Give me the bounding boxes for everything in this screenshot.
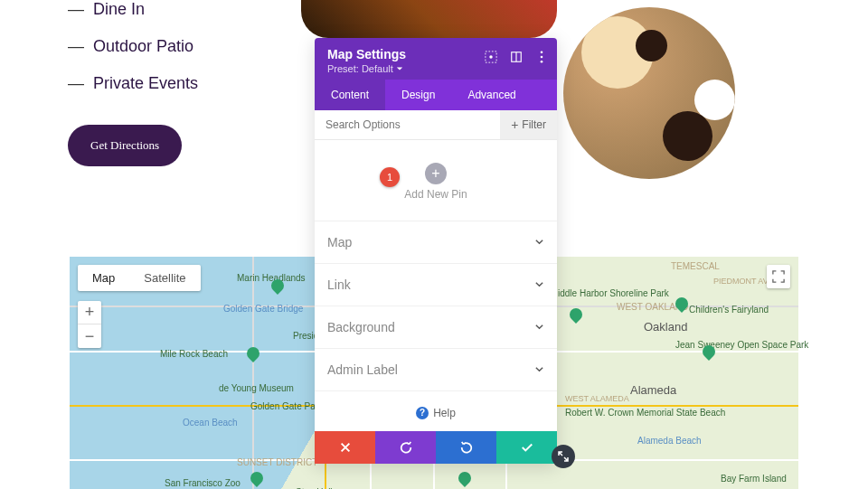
modal-header[interactable]: Map Settings Preset: Default bbox=[315, 38, 557, 80]
search-input[interactable] bbox=[315, 110, 500, 139]
chevron-down-icon bbox=[534, 319, 544, 335]
map-tab-map[interactable]: Map bbox=[78, 265, 129, 291]
tab-advanced[interactable]: Advanced bbox=[451, 80, 532, 110]
add-pin-button[interactable]: + bbox=[425, 163, 447, 184]
callout-badge: 1 bbox=[380, 167, 400, 187]
preset-dropdown[interactable]: Preset: Default bbox=[327, 63, 544, 74]
chevron-down-icon bbox=[534, 277, 544, 293]
undo-icon bbox=[400, 441, 412, 454]
add-pin-label: Add New Pin bbox=[315, 188, 557, 201]
filter-button[interactable]: +Filter bbox=[500, 110, 557, 139]
save-button[interactable] bbox=[496, 431, 557, 464]
check-icon bbox=[521, 441, 533, 454]
undo-button[interactable] bbox=[375, 431, 436, 464]
section-admin-label[interactable]: Admin Label bbox=[315, 348, 557, 390]
map-tab-satellite[interactable]: Satellite bbox=[129, 265, 200, 291]
map-type-tabs: Map Satellite bbox=[78, 265, 201, 291]
svg-point-6 bbox=[541, 61, 543, 63]
redo-button[interactable] bbox=[436, 431, 496, 464]
menu-icon[interactable] bbox=[535, 51, 548, 63]
svg-point-5 bbox=[541, 56, 543, 59]
hero-food-image bbox=[301, 0, 557, 38]
zoom-out-button[interactable]: − bbox=[78, 324, 101, 348]
help-link[interactable]: ? Help bbox=[416, 407, 456, 419]
section-map[interactable]: Map bbox=[315, 221, 557, 263]
chevron-down-icon bbox=[534, 362, 544, 378]
action-bar bbox=[315, 431, 557, 464]
expand-icon bbox=[558, 451, 569, 462]
bullet-dine-in: —Dine In bbox=[68, 0, 294, 19]
svg-point-4 bbox=[541, 51, 543, 53]
close-icon bbox=[339, 441, 352, 454]
map-settings-modal: Map Settings Preset: Default Content Des… bbox=[315, 38, 557, 464]
zoom-controls: + − bbox=[78, 301, 101, 348]
svg-point-1 bbox=[489, 55, 493, 59]
tab-design[interactable]: Design bbox=[385, 80, 451, 110]
expand-handle[interactable] bbox=[552, 445, 575, 468]
modal-tabs: Content Design Advanced bbox=[315, 80, 557, 110]
chevron-down-icon bbox=[534, 234, 544, 250]
fullscreen-icon bbox=[772, 270, 785, 283]
chevron-down-icon bbox=[396, 65, 403, 72]
responsive-icon[interactable] bbox=[510, 51, 523, 63]
zoom-in-button[interactable]: + bbox=[78, 301, 101, 324]
section-link[interactable]: Link bbox=[315, 263, 557, 306]
tab-content[interactable]: Content bbox=[315, 80, 385, 110]
food-circle-image bbox=[563, 7, 735, 179]
section-background[interactable]: Background bbox=[315, 306, 557, 348]
cancel-button[interactable] bbox=[315, 431, 375, 464]
fullscreen-button[interactable] bbox=[767, 265, 790, 288]
hover-options-icon[interactable] bbox=[485, 51, 497, 63]
bullet-outdoor-patio: —Outdoor Patio bbox=[68, 37, 294, 56]
bullet-private-events: —Private Events bbox=[68, 74, 294, 93]
get-directions-button[interactable]: Get Directions bbox=[68, 125, 182, 166]
redo-icon bbox=[460, 441, 473, 454]
help-icon: ? bbox=[416, 407, 429, 419]
